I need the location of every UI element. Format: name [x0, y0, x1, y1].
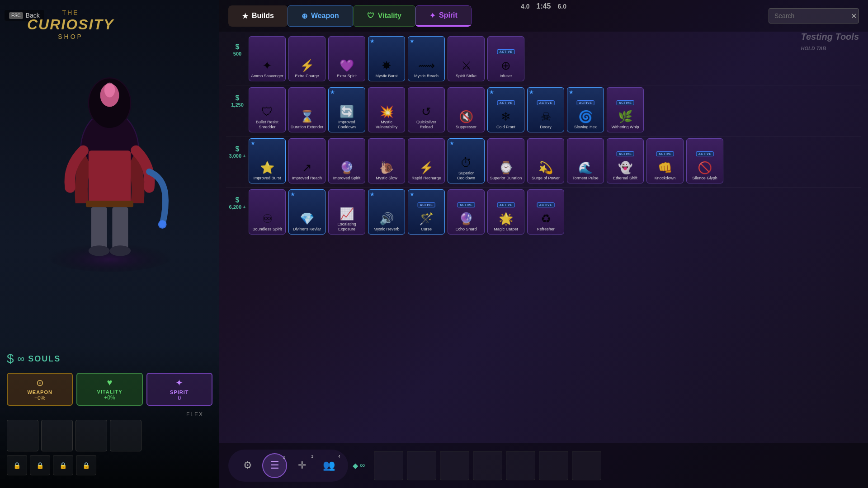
card-slowing-hex[interactable]: ★🌀ACTIVESlowing Hex	[567, 87, 604, 132]
bottom-slot-3[interactable]	[440, 451, 469, 480]
card-name-superior-duration: Superior Duration	[490, 176, 522, 181]
card-escalating-exposure[interactable]: 📈Escalating Exposure	[328, 189, 365, 235]
card-icon-improved-spirit: 🔮	[340, 161, 354, 175]
card-duration-ext[interactable]: ⌛Duration Extender	[288, 87, 326, 132]
card-icon-suppressor: 🔇	[459, 110, 473, 124]
tab-spirit[interactable]: ✦ Spirit	[415, 5, 472, 27]
card-decay[interactable]: ★☠ACTIVEDecay	[527, 87, 564, 132]
card-name-improved-cooldown: Improved Cooldown	[330, 120, 363, 130]
locked-slot-1: 🔒	[7, 455, 27, 475]
flex-slot-3[interactable]	[75, 420, 107, 451]
flex-slot-2[interactable]	[41, 420, 73, 451]
bottom-btn-crosshair[interactable]: ✛ 3	[289, 453, 314, 478]
search-close-icon[interactable]: ✕	[851, 12, 857, 20]
vitality-heart-icon: 🛡	[367, 12, 374, 20]
card-spirit-strike[interactable]: ⚔Spirit Strike	[448, 36, 485, 81]
card-withering-whip[interactable]: 🌿ACTIVEWithering Whip	[607, 87, 644, 132]
active-badge-knockdown: ACTIVE	[656, 151, 674, 156]
card-knockdown[interactable]: 👊ACTIVEKnockdown	[646, 138, 684, 183]
card-mystic-burst[interactable]: ★✸Mystic Burst	[368, 36, 405, 81]
spirit-icon: ✦	[150, 377, 209, 388]
card-mystic-slow[interactable]: 🐌Mystic Slow	[368, 138, 405, 183]
flex-slot-4[interactable]	[110, 420, 142, 451]
svg-point-4	[104, 83, 115, 98]
character-area	[0, 45, 219, 298]
card-ammo-scavenger[interactable]: ✦Ammo Scavenger	[249, 36, 286, 81]
card-improved-cooldown[interactable]: ★🔄Improved Cooldown	[328, 87, 365, 132]
weapon-stat-tab[interactable]: ⊙ WEAPON +0%	[7, 373, 73, 406]
bottom-slot-4[interactable]	[473, 451, 502, 480]
flex-slot-1[interactable]	[7, 420, 38, 451]
card-icon-mystic-reverb: 🔊	[379, 212, 394, 226]
card-torment-pulse[interactable]: 🌊Torment Pulse	[567, 138, 604, 183]
card-extra-charge[interactable]: ⚡Extra Charge	[288, 36, 326, 81]
tier-row-6200: $6,200 +♾Boundless Spirit★💎Diviner's Kev…	[226, 189, 861, 235]
card-surge-of-power[interactable]: 💫Surge of Power	[527, 138, 564, 183]
spirit-stat-tab[interactable]: ✦ SPIRIT 0	[146, 373, 212, 406]
card-rapid-recharge[interactable]: ⚡Rapid Recharge	[408, 138, 445, 183]
card-improved-burst[interactable]: ★⭐Improved Burst	[249, 138, 286, 183]
vitality-stat-tab[interactable]: ♥ VITALITY +0%	[76, 373, 142, 406]
card-ethereal-shift[interactable]: 👻ACTIVEEthereal Shift	[607, 138, 644, 183]
shop-shop: SHOP	[27, 33, 114, 40]
card-refresher[interactable]: ♻ACTIVERefresher	[527, 189, 564, 235]
card-bullet-resist[interactable]: 🛡Bullet Resist Shredder	[249, 87, 286, 132]
card-mystic-vuln[interactable]: 💥Mystic Vulnerability	[368, 87, 405, 132]
search-input[interactable]	[769, 8, 859, 23]
bottom-btn-builds[interactable]: ☰ 2	[262, 453, 287, 478]
card-name-knockdown: Knockdown	[655, 176, 676, 181]
card-superior-cooldown[interactable]: ★⏱Superior Cooldown	[448, 138, 485, 183]
bottom-slot-5[interactable]	[506, 451, 535, 480]
bottom-infinity-icon: ∞	[360, 461, 365, 469]
card-cold-front[interactable]: ★❄ACTIVECold Front	[487, 87, 524, 132]
weapon-tab-val: +0%	[10, 395, 70, 401]
card-diviners-kevlar[interactable]: ★💎Diviner's Kevlar	[288, 189, 326, 235]
tab-builds[interactable]: ★ Builds	[228, 5, 288, 27]
bottom-slot-7[interactable]	[572, 451, 601, 480]
bottom-slot-2[interactable]	[407, 451, 436, 480]
card-superior-duration[interactable]: ⌚Superior Duration	[487, 138, 524, 183]
card-name-mystic-slow: Mystic Slow	[376, 176, 397, 181]
star-badge-mystic-reach: ★	[410, 38, 415, 44]
card-curse[interactable]: ★🪄ACTIVECurse	[408, 189, 445, 235]
bottom-slot-6[interactable]	[539, 451, 568, 480]
souls-label: SOULS	[28, 354, 61, 364]
bottom-slot-1[interactable]	[374, 451, 403, 480]
card-magic-carpet[interactable]: 🌟ACTIVEMagic Carpet	[487, 189, 524, 235]
nav-tabs: ★ Builds ⊕ Weapon 🛡 Vitality ✦ Spirit	[228, 5, 472, 27]
card-name-quicksilver: Quicksilver Reload	[410, 120, 443, 130]
souls-infinity: ∞	[18, 353, 25, 365]
tier-amount-500: 500	[233, 51, 241, 56]
tier-amount-3000: 3,000 +	[229, 153, 245, 159]
card-improved-spirit[interactable]: 🔮Improved Spirit	[328, 138, 365, 183]
card-suppressor[interactable]: 🔇Suppressor	[448, 87, 485, 132]
card-name-improved-reach: Improved Reach	[292, 176, 322, 181]
players-icon: 👥	[323, 460, 335, 471]
tab-vitality[interactable]: 🛡 Vitality	[353, 5, 415, 27]
card-name-slowing-hex: Slowing Hex	[574, 125, 597, 130]
card-name-mystic-vuln: Mystic Vulnerability	[370, 120, 403, 130]
card-name-mystic-burst: Mystic Burst	[375, 74, 397, 79]
card-improved-reach[interactable]: ↗Improved Reach	[288, 138, 326, 183]
card-extra-spirit[interactable]: 💜Extra Spirit	[328, 36, 365, 81]
card-silence-glyph[interactable]: 🚫ACTIVESilence Glyph	[686, 138, 723, 183]
builds-star-icon: ★	[242, 12, 248, 20]
card-icon-rapid-recharge: ⚡	[419, 161, 434, 175]
card-mystic-reach[interactable]: ★⟿Mystic Reach	[408, 36, 445, 81]
weapon-icon: ⊙	[10, 377, 70, 388]
star-badge-superior-cooldown: ★	[449, 140, 454, 146]
card-quicksilver[interactable]: ↺Quicksilver Reload	[408, 87, 445, 132]
card-name-improved-burst: Improved Burst	[253, 176, 281, 181]
card-mystic-reverb[interactable]: ★🔊Mystic Reverb	[368, 189, 405, 235]
card-echo-shard[interactable]: 🔮ACTIVEEcho Shard	[448, 189, 485, 235]
bottom-btn-settings[interactable]: ⚙	[235, 453, 260, 478]
card-icon-magic-carpet: 🌟	[499, 212, 513, 226]
star-badge-mystic-burst: ★	[370, 38, 375, 44]
card-boundless-spirit[interactable]: ♾Boundless Spirit	[249, 189, 286, 235]
tier-label-500: $500	[226, 36, 249, 56]
card-icon-cold-front: ❄	[501, 110, 511, 124]
card-infuser[interactable]: ⊕ACTIVEInfuser	[487, 36, 524, 81]
bottom-btn-players[interactable]: 👥 4	[316, 453, 341, 478]
tab-weapon[interactable]: ⊕ Weapon	[288, 5, 353, 27]
tier-cards-6200: ♾Boundless Spirit★💎Diviner's Kevlar📈Esca…	[249, 189, 861, 235]
